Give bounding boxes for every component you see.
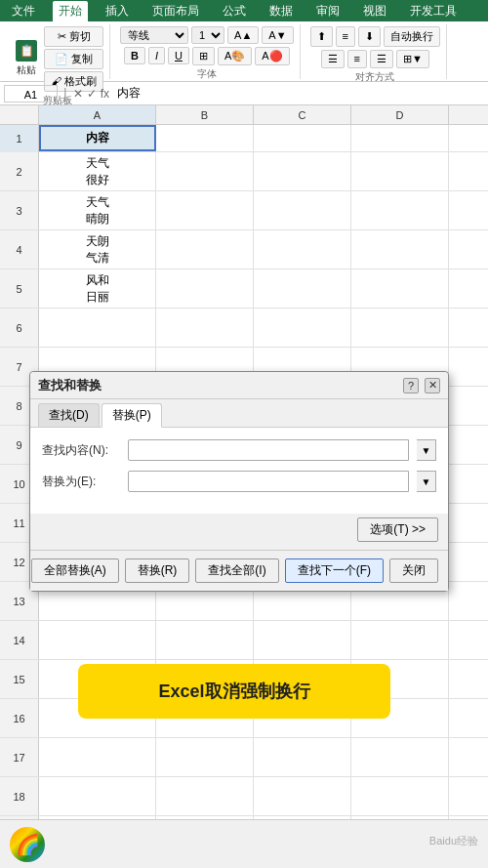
cell-b3[interactable]: [156, 191, 254, 229]
cell-a1[interactable]: 内容: [39, 125, 156, 151]
row-num-18: 18: [0, 777, 39, 815]
cell-c3[interactable]: [254, 191, 351, 229]
align-bottom-button[interactable]: ⬇: [358, 26, 381, 47]
font-size-select[interactable]: 11: [191, 26, 224, 44]
cell-b14[interactable]: [156, 621, 254, 659]
cell-d2[interactable]: [351, 152, 449, 190]
align-left-button[interactable]: ☰: [321, 50, 345, 68]
border-button[interactable]: ⊞: [192, 47, 215, 65]
cell-a17[interactable]: [39, 738, 156, 776]
col-header-d: D: [351, 105, 449, 124]
cell-c17[interactable]: [254, 738, 351, 776]
font-decrease-button[interactable]: A▼: [262, 26, 293, 44]
cell-d3[interactable]: [351, 191, 449, 229]
font-row1: 等线 11 A▲ A▼: [120, 26, 293, 44]
cell-b4[interactable]: [156, 230, 254, 269]
replace-row: 替换为(E): ▼: [42, 471, 436, 492]
cell-c1[interactable]: [254, 125, 351, 151]
cell-c4[interactable]: [254, 230, 351, 269]
cell-c2[interactable]: [254, 152, 351, 190]
cell-d6[interactable]: [351, 309, 449, 347]
cell-d17[interactable]: [351, 738, 449, 776]
cell-b6[interactable]: [156, 309, 254, 347]
close-dialog-button[interactable]: 关闭: [389, 558, 438, 583]
cell-a4[interactable]: 天朗气清: [39, 230, 156, 269]
align-top-button[interactable]: ⬆: [310, 26, 333, 47]
cell-a14[interactable]: [39, 621, 156, 659]
tab-insert[interactable]: 插入: [100, 1, 135, 21]
find-dropdown-button[interactable]: ▼: [417, 439, 436, 461]
replace-dropdown-button[interactable]: ▼: [417, 471, 436, 492]
cell-c18[interactable]: [254, 777, 351, 815]
dialog-titlebar: 查找和替换 ? ✕: [30, 372, 448, 399]
dialog-tab-find[interactable]: 查找(D): [38, 403, 100, 427]
cut-button[interactable]: ✂ 剪切: [44, 26, 103, 47]
underline-button[interactable]: U: [168, 47, 189, 64]
cell-d1[interactable]: [351, 125, 449, 151]
tab-data[interactable]: 数据: [264, 1, 299, 21]
bottom-bar: 🌈: [0, 819, 488, 868]
dialog-close-button[interactable]: ✕: [425, 378, 440, 393]
wrap-text-button[interactable]: 自动换行: [384, 26, 440, 47]
confirm-formula-icon[interactable]: ✓: [87, 87, 97, 101]
cell-a2[interactable]: 天气很好: [39, 152, 156, 190]
replace-button[interactable]: 替换(R): [125, 558, 190, 583]
cell-b2[interactable]: [156, 152, 254, 190]
tab-file[interactable]: 文件: [6, 1, 41, 21]
cell-b1[interactable]: [156, 125, 254, 151]
dialog-options-area: 选项(T) >>: [30, 514, 448, 550]
cell-b17[interactable]: [156, 738, 254, 776]
bold-button[interactable]: B: [124, 47, 145, 64]
table-row: 14: [0, 621, 488, 660]
paste-button[interactable]: 📋 粘贴: [12, 34, 41, 83]
cell-a5[interactable]: 风和日丽: [39, 269, 156, 308]
align-right-button[interactable]: ☰: [370, 50, 393, 68]
replace-all-button[interactable]: 全部替换(A): [31, 558, 119, 583]
cell-c6[interactable]: [254, 309, 351, 347]
find-input[interactable]: [128, 439, 409, 461]
find-all-button[interactable]: 查找全部(I): [195, 558, 278, 583]
formula-input[interactable]: [113, 87, 484, 101]
cell-c14[interactable]: [254, 621, 351, 659]
font-family-select[interactable]: 等线: [120, 26, 188, 44]
align-middle-button[interactable]: ≡: [336, 26, 355, 47]
cell-b5[interactable]: [156, 269, 254, 308]
cell-c5[interactable]: [254, 269, 351, 308]
ribbon-tabs: 文件 开始 插入 页面布局 公式 数据 审阅 视图 开发工具: [0, 0, 488, 21]
font-increase-button[interactable]: A▲: [227, 26, 259, 44]
find-replace-dialog: 查找和替换 ? ✕ 查找(D) 替换(P) 查找内容(N): ▼ 替换为(E):…: [29, 371, 449, 592]
cell-a18[interactable]: [39, 777, 156, 815]
merge-button[interactable]: ⊞▼: [396, 50, 429, 68]
tab-view[interactable]: 视图: [357, 1, 392, 21]
tab-formula[interactable]: 公式: [217, 1, 252, 21]
dialog-help-button[interactable]: ?: [403, 378, 419, 393]
dialog-tab-replace[interactable]: 替换(P): [102, 403, 162, 428]
tab-developer[interactable]: 开发工具: [404, 1, 463, 21]
cell-reference[interactable]: A1: [4, 85, 58, 103]
align-center-button[interactable]: ≡: [347, 50, 367, 68]
options-button[interactable]: 选项(T) >>: [357, 517, 438, 542]
tab-home[interactable]: 开始: [53, 1, 88, 21]
cell-d5[interactable]: [351, 269, 449, 308]
insert-function-icon[interactable]: fx: [101, 87, 109, 101]
find-label: 查找内容(N):: [42, 442, 120, 459]
cell-d14[interactable]: [351, 621, 449, 659]
dialog-tabs: 查找(D) 替换(P): [30, 399, 448, 428]
replace-input[interactable]: [128, 471, 409, 492]
clipboard-group: 📋 粘贴 ✂ 剪切 📄 复制 🖌 格式刷 剪贴板: [6, 24, 110, 79]
cell-d4[interactable]: [351, 230, 449, 269]
cell-a3[interactable]: 天气晴朗: [39, 191, 156, 229]
cell-b18[interactable]: [156, 777, 254, 815]
italic-button[interactable]: I: [148, 47, 165, 64]
cell-d18[interactable]: [351, 777, 449, 815]
tab-review[interactable]: 审阅: [310, 1, 346, 21]
cancel-formula-icon[interactable]: ✕: [73, 87, 83, 101]
cell-a6[interactable]: [39, 309, 156, 347]
copy-button[interactable]: 📄 复制: [44, 49, 103, 69]
fill-color-button[interactable]: A🎨: [218, 47, 252, 65]
tab-page-layout[interactable]: 页面布局: [146, 1, 205, 21]
col-header-a: A: [39, 105, 156, 124]
find-next-button[interactable]: 查找下一个(F): [285, 558, 384, 583]
row-num-1: 1: [0, 125, 39, 152]
font-color-button[interactable]: A🔴: [255, 47, 289, 65]
